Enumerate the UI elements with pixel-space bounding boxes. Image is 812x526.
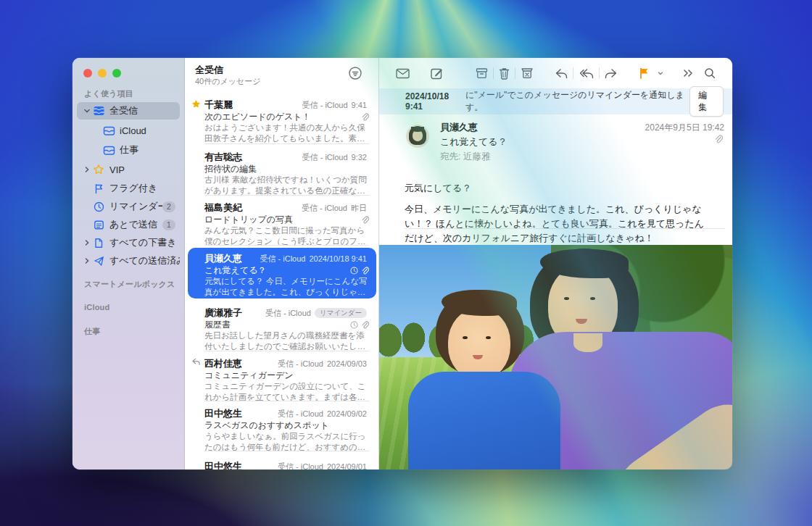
message-row[interactable]: 田中悠生 受信 - iCloud2024/09/01 — [185, 456, 379, 469]
reply-icon[interactable] — [550, 64, 573, 83]
sidebar-section-icloud: iCloud — [84, 303, 109, 312]
sidebar: よく使う項目 全受信 iCloud 仕事 — [72, 58, 185, 469]
message-subject: ラスベガスのおすすめスポット — [204, 419, 369, 432]
chevron-right-icon[interactable] — [82, 164, 92, 175]
sidebar-item-all-inboxes[interactable]: 全受信 — [77, 102, 180, 120]
message-time: 2024/09/01 — [327, 462, 367, 469]
message-row[interactable]: 廣瀬雅子 受信 - iCloudリマインダー 履歴書 先日お話しした望月さんの職… — [185, 302, 379, 351]
trash-icon[interactable] — [494, 64, 515, 83]
paper-plane-icon — [92, 256, 105, 267]
mail-window: よく使う項目 全受信 iCloud 仕事 — [72, 58, 732, 469]
window-controls — [83, 69, 121, 78]
archive-icon[interactable] — [471, 64, 493, 83]
message-header: 貝瀬久恵 これ覚えてる？ 宛先: 近藤雅 2024年9月5日 19:42 — [379, 114, 732, 172]
message-time: 2024/10/18 9:41 — [309, 254, 367, 263]
chevron-right-icon[interactable] — [82, 256, 92, 266]
message-mailbox: 受信 - iCloud — [278, 359, 323, 370]
sidebar-item-label: すべての下書き — [109, 236, 180, 249]
message-preview: 元気にしてる？ 今日、メモリーにこんな写真が出てきました。これ、びっくりじゃない… — [204, 276, 370, 298]
message-sender: 田中悠生 — [204, 460, 278, 469]
sidebar-item-send-later[interactable]: あとで送信 1 — [77, 216, 180, 233]
message-row[interactable]: 西村佳恵 受信 - iCloud2024/09/03 コミュニティガーデン コミ… — [185, 353, 379, 401]
close-button[interactable] — [83, 69, 92, 78]
sidebar-item-all-drafts[interactable]: すべての下書き — [77, 234, 180, 251]
sender-name: 貝瀬久恵 — [440, 121, 478, 134]
message-preview: みんな元気？ここ数日間に撮った写真から僕のセレクション（こう呼ぶとプロのフォトグ… — [204, 225, 370, 247]
message-time: 2024/09/03 — [327, 359, 367, 368]
paperclip-icon — [361, 267, 369, 275]
mailbox-title: 全受信 — [195, 64, 223, 77]
message-subject: 招待状の編集 — [204, 163, 369, 175]
paperclip-icon — [361, 113, 369, 122]
sidebar-section-favorites: よく使う項目 — [84, 88, 133, 99]
minimize-button[interactable] — [98, 69, 107, 78]
message-sender: 西村佳恵 — [204, 357, 278, 370]
send-later-icon — [92, 220, 105, 230]
paperclip-icon — [361, 321, 369, 330]
sidebar-item-reminders[interactable]: リマインダー 2 — [77, 198, 180, 215]
chevron-down-icon[interactable] — [82, 106, 92, 116]
message-subject: これ覚えてる？ — [440, 135, 508, 149]
message-row[interactable]: 福島美紀 受信 - iCloud昨日 ロードトリップの写真 みんな元気？ここ数日… — [185, 197, 379, 246]
sidebar-item-all-sent[interactable]: すべての送信済み — [77, 252, 180, 270]
inbox-stack-icon — [92, 105, 105, 117]
message-sender: 有吉聡志 — [204, 151, 302, 164]
message-list: 全受信 40件のメッセージ 千葉麗 受信 - iCloud9:41 次のエピソー… — [185, 58, 379, 469]
forward-icon[interactable] — [600, 64, 623, 83]
replied-arrow-icon — [191, 358, 201, 366]
reminder-badge: リマインダー — [315, 308, 367, 318]
photo-attachment[interactable] — [379, 245, 732, 469]
star-icon — [92, 164, 105, 175]
sender-avatar[interactable] — [406, 125, 429, 148]
reminder-banner: 2024/10/18 9:41に"メール"でこのメッセージのリマインダーを通知し… — [379, 88, 732, 114]
flag-icon — [92, 183, 105, 194]
message-subject: ロードトリップの写真 — [204, 214, 361, 226]
message-time: 9:32 — [352, 153, 367, 162]
message-subject: コミュニティガーデン — [204, 370, 369, 382]
flag-icon[interactable] — [634, 64, 655, 83]
message-date: 2024年9月5日 19:42 — [645, 122, 724, 134]
message-row[interactable]: 千葉麗 受信 - iCloud9:41 次のエピソードのゲスト！ おはようござい… — [185, 94, 379, 144]
sidebar-item-flagged[interactable]: フラグ付き — [77, 180, 180, 197]
vip-star-icon — [191, 99, 201, 109]
to-label: 宛先: — [440, 151, 460, 162]
sidebar-item-vip[interactable]: VIP — [77, 161, 180, 178]
get-mail-icon[interactable] — [391, 64, 415, 83]
message-row[interactable]: 有吉聡志 受信 - iCloud9:32 招待状の編集 古川様 素敵な招待状です… — [185, 146, 379, 196]
more-toolbar-icon[interactable] — [677, 64, 699, 83]
flag-menu-chevron-icon[interactable] — [655, 70, 666, 77]
message-mailbox: 受信 - iCloud — [302, 152, 348, 163]
message-preview: コミュニティガーデンの設立について、これから計画を立てていきます。まずは各家庭の… — [204, 381, 370, 403]
filter-icon[interactable] — [348, 66, 362, 80]
reminder-clock-icon — [350, 267, 358, 275]
message-preview: 先日お話しした望月さんの職務経歴書を添付いたしましたのでご確認お願いいたします。… — [204, 330, 370, 352]
compose-icon[interactable] — [426, 64, 448, 83]
message-sender: 千葉麗 — [204, 99, 302, 112]
paperclip-icon — [361, 216, 369, 225]
message-preview: うらやましいなぁ。前回ラスベガスに行ったのはもう何年も前だけど、おすすめのスポッ… — [204, 431, 370, 453]
message-count: 40件のメッセージ — [195, 76, 261, 87]
sidebar-section-smart-mailboxes: スマートメールボックス — [84, 279, 175, 290]
message-mailbox: 受信 - iCloud — [278, 462, 323, 470]
sidebar-item-work-inbox[interactable]: 仕事 — [77, 141, 180, 159]
reply-all-icon[interactable] — [573, 64, 599, 83]
junk-icon[interactable] — [515, 64, 539, 83]
desktop-wallpaper: よく使う項目 全受信 iCloud 仕事 — [0, 0, 812, 526]
message-row-selected[interactable]: 貝瀬久恵 受信 - iCloud2024/10/18 9:41 これ覚えてる？ … — [188, 248, 376, 299]
sidebar-item-label: フラグ付き — [109, 182, 180, 195]
search-icon[interactable] — [699, 64, 721, 83]
body-paragraph: 今日、メモリーにこんな写真が出てきました。これ、びっくりじゃない！？ ほんとに懐… — [405, 202, 712, 246]
message-sender: 福島美紀 — [204, 201, 302, 214]
sidebar-item-label: VIP — [109, 164, 180, 175]
sidebar-item-icloud-inbox[interactable]: iCloud — [77, 122, 180, 139]
message-mailbox: 受信 - iCloud — [260, 254, 306, 264]
zoom-button[interactable] — [112, 69, 121, 78]
chevron-right-icon[interactable] — [82, 238, 92, 248]
sidebar-item-label: リマインダー — [109, 200, 162, 213]
sidebar-item-label: あとで送信 — [109, 218, 162, 231]
sidebar-item-label: 仕事 — [120, 143, 180, 156]
message-list-header: 全受信 40件のメッセージ — [185, 58, 378, 90]
edit-reminder-button[interactable]: 編集 — [689, 86, 724, 117]
message-preview: おはようございます！共通の友人から久保田敦子さんを紹介してもらいました。素晴らし… — [204, 122, 370, 144]
message-row[interactable]: 田中悠生 受信 - iCloud2024/09/02 ラスベガスのおすすめスポッ… — [185, 403, 379, 451]
